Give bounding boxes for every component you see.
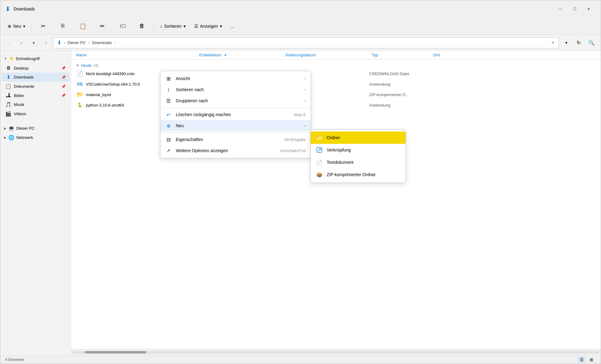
group-count: (4) — [94, 63, 99, 68]
title-controls: — ☐ ✕ — [553, 3, 596, 14]
sort-button[interactable]: ↕ Sortieren ▾ — [156, 22, 189, 30]
pin-icon-desktop: 📌 — [61, 66, 66, 70]
col-header-created[interactable]: Erstelldatum ▼ — [199, 53, 285, 57]
address-down-arrow: ▼ — [551, 41, 555, 45]
sidebar-item-music[interactable]: 🎵 Musik — [2, 100, 70, 109]
ctx-ansicht-icon: ⊞ — [165, 75, 171, 82]
scroll-area — [71, 349, 601, 355]
view-button[interactable]: ☰ Anzeigen ▾ — [191, 22, 226, 30]
file-item-1[interactable]: VS VSCodeUserSetup-x64-1.70.0 4:06 PM An… — [71, 79, 601, 89]
ctx-eigenschaften-icon: ⊟ — [165, 136, 171, 143]
col-header-type[interactable]: Typ — [372, 53, 433, 57]
ctx-loeschen-label: Löschen rückgängig machen — [176, 112, 289, 117]
sidebar-item-pictures[interactable]: 🏞 Bilder 📌 — [2, 91, 70, 100]
sidebar-pc-label: Dieser PC — [16, 126, 34, 131]
pin-icon-downloads: 📌 — [61, 75, 66, 79]
ctx-sep-2 — [160, 132, 311, 133]
ctx-ansicht[interactable]: ⊞ Ansicht › — [160, 73, 311, 84]
dropdown-history-button[interactable]: ▾ — [29, 38, 38, 48]
address-bar-dropdown[interactable]: ▾ — [561, 38, 571, 48]
list-view-button[interactable]: ☰ — [577, 356, 586, 363]
file-item-2[interactable]: 📁 material_byod 4:06 PM ZIP-komprimierte… — [71, 89, 601, 100]
ctx-eigenschaften[interactable]: ⊟ Eigenschaften Alt+Eingabe — [160, 134, 311, 145]
ctx-eigenschaften-shortcut: Alt+Eingabe — [284, 137, 306, 142]
more-icon: ... — [231, 24, 234, 29]
share-icon: ↑□ — [119, 23, 125, 29]
ctx-gruppieren-icon: ☰ — [165, 98, 171, 104]
window-icon: ⬇ — [5, 5, 10, 13]
file-list: Heute (4) 📄 Nicht bestätigt 448390.crdo … — [71, 59, 601, 349]
ctx-weitere-icon: ↗ — [165, 148, 171, 154]
ctx-weitere[interactable]: ↗ Weitere Optionen anzeigen Umschalt+F10 — [160, 145, 311, 156]
file-item-0[interactable]: 📄 Nicht bestätigt 448390.crdo 4:06 PM CR… — [71, 68, 601, 79]
ctx-neu-label: Neu — [176, 123, 300, 128]
paste-button[interactable]: 📋 — [74, 22, 92, 31]
sidebar-item-videos[interactable]: 🎬 Videos — [2, 109, 70, 118]
cut-button[interactable]: ✂ — [34, 22, 53, 31]
network-icon: 🌐 — [8, 135, 14, 140]
maximize-button[interactable]: ☐ — [567, 3, 582, 14]
up-button[interactable]: ↑ — [41, 38, 51, 48]
back-button[interactable]: ‹ — [4, 38, 14, 48]
group-header-today[interactable]: Heute (4) — [71, 62, 601, 68]
sidebar-item-desktop[interactable]: 🖥 Desktop 📌 — [2, 64, 70, 72]
status-count: 4 Elemente — [5, 358, 24, 362]
scrollbar-track[interactable] — [72, 351, 599, 354]
ctx-gruppieren[interactable]: ☰ Gruppieren nach › — [160, 95, 311, 106]
view-dropdown-icon: ▾ — [220, 24, 222, 29]
sidebar-item-downloads[interactable]: ⬇ Downloads 📌 — [2, 73, 70, 82]
sidebar-spacer — [0, 119, 71, 123]
scrollbar-thumb[interactable] — [85, 351, 146, 354]
sidebar-quickaccess-header[interactable]: ★ Schnellzugriff — [2, 54, 70, 63]
sub-ordner[interactable]: 📁 Ordner — [311, 131, 405, 144]
new-button[interactable]: ⊕ Neu ▾ — [4, 22, 29, 30]
close-button[interactable]: ✕ — [582, 3, 596, 14]
sidebar-pc-header[interactable]: 💻 Dieser PC — [2, 124, 70, 133]
minimize-button[interactable]: — — [553, 3, 567, 14]
col-header-modified[interactable]: Änderungsdatum — [285, 53, 372, 57]
pictures-icon: 🏞 — [5, 93, 11, 98]
copy-icon: ⎘ — [61, 23, 65, 29]
sidebar-item-documents[interactable]: 📋 Dokumente 📌 — [2, 82, 70, 91]
more-button[interactable]: ... — [227, 22, 238, 30]
ctx-sortieren[interactable]: ↕ Sortieren nach › — [160, 84, 311, 95]
sidebar-network-header[interactable]: 🌐 Netzwerk — [2, 133, 70, 142]
address-sep-1: › — [64, 40, 65, 45]
view-label: Anzeigen — [200, 24, 218, 29]
new-icon: ⊕ — [8, 24, 11, 29]
quickaccess-icon: ★ — [9, 55, 14, 62]
ctx-neu[interactable]: ⊕ Neu › — [160, 120, 311, 131]
toolbar-sep-1 — [31, 21, 32, 31]
submenu: 📁 Ordner Verknüpfung 📄 Textdokument 📦 ZI… — [310, 129, 406, 183]
ctx-loeschen[interactable]: ↩ Löschen rückgängig machen Strg+Z — [160, 109, 311, 120]
col-header-size[interactable]: Grö — [433, 53, 596, 57]
sub-zip[interactable]: 📦 ZIP-komprimierter Ordner — [311, 168, 405, 181]
file-item-3[interactable]: 🐍 python-3.10.6-amd64 3:46 PM Anwendung — [71, 100, 601, 110]
pin-icon-pictures: 📌 — [61, 93, 66, 98]
rename-button[interactable]: ✏ — [93, 22, 112, 31]
delete-button[interactable]: 🗑 — [133, 22, 151, 30]
search-button[interactable]: 🔍 — [586, 37, 597, 48]
copy-button[interactable]: ⎘ — [54, 22, 72, 30]
forward-button[interactable]: › — [16, 38, 26, 48]
quickaccess-chevron — [4, 57, 7, 60]
address-icon: ⬇ — [57, 40, 61, 46]
ctx-eigenschaften-label: Eigenschaften — [176, 137, 280, 142]
delete-icon: 🗑 — [139, 23, 145, 29]
col-header-name[interactable]: Name — [76, 53, 199, 57]
sub-verknuepfung[interactable]: Verknüpfung — [311, 144, 405, 156]
folder-icon: 📁 — [316, 134, 323, 141]
share-button[interactable]: ↑□ — [113, 22, 131, 30]
ctx-sep-1 — [160, 107, 311, 108]
address-bar[interactable]: ⬇ › Dieser PC › Downloads › ▼ — [53, 37, 559, 48]
pc-chevron — [4, 127, 6, 130]
network-chevron — [4, 136, 6, 139]
sub-verknuepfung-label: Verknüpfung — [327, 148, 351, 152]
file-icon-3: 🐍 — [76, 101, 83, 109]
file-type-0: CRDOWNLOAD-Datei — [369, 71, 431, 76]
grid-view-button[interactable]: ⊞ — [587, 356, 596, 363]
ctx-loeschen-icon: ↩ — [165, 111, 171, 118]
refresh-button[interactable]: ↻ — [574, 38, 583, 48]
sub-textdokument[interactable]: 📄 Textdokument — [311, 156, 405, 168]
sort-arrow: ▼ — [224, 54, 227, 57]
